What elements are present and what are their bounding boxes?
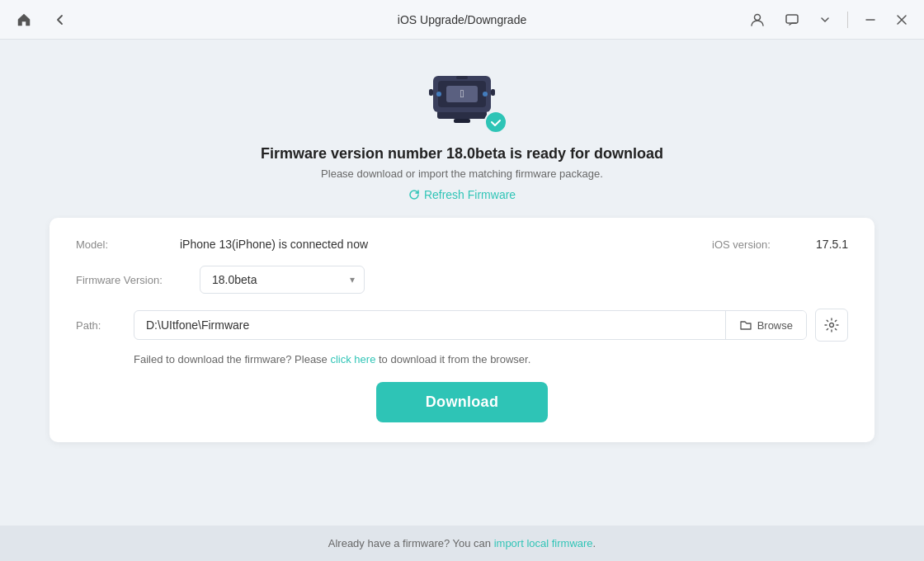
titlebar: iOS Upgrade/Downgrade	[0, 0, 924, 40]
chat-button[interactable]	[778, 9, 806, 31]
main-content:  Firmware version number 18.0beta is re…	[0, 40, 924, 526]
footer-text-prefix: Already have a firmware? You can	[328, 537, 494, 549]
help-text: Failed to download the firmware? Please …	[76, 353, 848, 365]
folder-icon	[739, 318, 752, 332]
help-text-suffix: to download it from the browser.	[375, 353, 530, 365]
check-badge	[484, 111, 507, 134]
device-icon-container: 	[417, 59, 507, 134]
model-row: Model: iPhone 13(iPhone) is connected no…	[76, 238, 848, 251]
svg-point-0	[755, 14, 761, 20]
user-button[interactable]	[743, 9, 771, 31]
firmware-version-select[interactable]: 18.0beta 17.5.1 17.5 17.4.1	[200, 266, 365, 294]
refresh-firmware-link[interactable]: Refresh Firmware	[408, 188, 516, 201]
svg-text:: 	[460, 87, 464, 100]
path-label: Path:	[76, 319, 125, 332]
svg-rect-13	[491, 89, 495, 96]
titlebar-left	[10, 9, 74, 31]
user-icon	[750, 12, 765, 27]
svg-point-10	[483, 92, 488, 97]
firmware-card: Model: iPhone 13(iPhone) is connected no…	[50, 218, 874, 442]
ios-version-value: 17.5.1	[816, 238, 848, 251]
home-icon	[16, 12, 31, 27]
help-text-prefix: Failed to download the firmware? Please	[134, 353, 330, 365]
path-row: Path: Browse	[76, 309, 848, 342]
minimize-button[interactable]	[858, 11, 883, 29]
window-title: iOS Upgrade/Downgrade	[398, 13, 526, 26]
minimize-icon	[865, 14, 876, 26]
ios-version-group: iOS version: 17.5.1	[712, 238, 848, 251]
model-label: Model:	[76, 238, 175, 251]
titlebar-separator	[847, 12, 848, 28]
close-button[interactable]	[889, 11, 914, 29]
firmware-version-row: Firmware Version: 18.0beta 17.5.1 17.5 1…	[76, 266, 848, 294]
footer: Already have a firmware? You can import …	[0, 526, 924, 561]
back-icon	[53, 12, 68, 27]
hero-title: Firmware version number 18.0beta is read…	[261, 145, 663, 163]
model-value: iPhone 13(iPhone) is connected now	[180, 238, 368, 251]
chevron-button[interactable]	[813, 11, 837, 29]
import-local-firmware-link[interactable]: import local firmware	[494, 537, 593, 549]
click-here-link[interactable]: click here	[330, 353, 375, 365]
firmware-version-label: Firmware Version:	[76, 274, 200, 286]
home-button[interactable]	[10, 9, 38, 31]
svg-rect-1	[786, 15, 798, 23]
path-input-group: Browse	[134, 310, 807, 340]
back-button[interactable]	[46, 9, 74, 31]
svg-rect-11	[456, 76, 468, 79]
svg-rect-12	[429, 89, 433, 96]
svg-rect-4	[454, 119, 470, 123]
ios-version-label: iOS version:	[712, 238, 811, 251]
hero-section:  Firmware version number 18.0beta is re…	[261, 59, 663, 201]
path-input[interactable]	[134, 311, 725, 339]
titlebar-right	[743, 9, 914, 31]
svg-point-9	[436, 92, 441, 97]
chat-icon	[785, 12, 799, 27]
refresh-icon	[408, 189, 420, 200]
close-icon	[896, 14, 908, 26]
footer-text-suffix: .	[593, 537, 596, 549]
svg-point-14	[830, 323, 834, 328]
check-icon	[490, 116, 502, 128]
settings-button[interactable]	[815, 309, 848, 342]
gear-icon	[824, 318, 839, 332]
firmware-select-wrapper: 18.0beta 17.5.1 17.5 17.4.1 ▾	[200, 266, 365, 294]
hero-subtitle: Please download or import the matching f…	[321, 167, 603, 180]
browse-button[interactable]: Browse	[725, 311, 806, 339]
download-button[interactable]: Download	[376, 382, 548, 422]
chevron-down-icon	[819, 14, 831, 26]
